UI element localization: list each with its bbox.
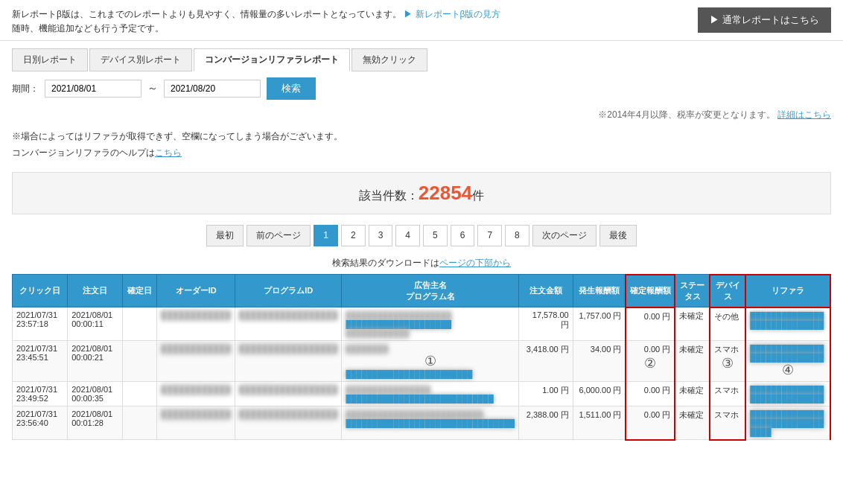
generated-cell: 1,757.00 円 (573, 307, 626, 341)
tab-conversion-referrer[interactable]: コンバージョンリファラレポート (194, 48, 350, 71)
device-cell: スマホ ③ (710, 341, 745, 382)
top-notice: 新レポートβ版は、これまでのレポートよりも見やすく、情報量の多いレポートとなって… (12, 7, 501, 36)
count-label-after: 件 (472, 189, 484, 202)
th-order-date: 注文日 (68, 275, 123, 307)
tax-notice: ※2014年4月以降、税率が変更となります。 詳細はこちら (0, 106, 843, 124)
download-section: 検索結果のダウンロードはページの下部から (0, 257, 843, 274)
th-confirm-date: 確定日 (123, 275, 157, 307)
circle-4-icon: ④ (750, 362, 826, 378)
confirmed-cell: 0.00 円 (626, 307, 675, 341)
download-text: 検索結果のダウンロードは (332, 258, 439, 268)
tax-notice-link[interactable]: 詳細はこちら (777, 109, 831, 120)
page-2-button[interactable]: 2 (341, 225, 366, 246)
th-referrer: リファラ (745, 275, 830, 307)
date-from-input[interactable] (45, 80, 141, 98)
device-cell: その他 (710, 307, 745, 341)
notice-line1: ※場合によってはリファラが取得できず、空欄になってしまう場合がございます。 (12, 129, 831, 145)
tab-invalid-click[interactable]: 無効クリック (351, 48, 427, 71)
notice-box: ※場合によってはリファラが取得できず、空欄になってしまう場合がございます。 コン… (0, 124, 843, 171)
generated-cell: 1,511.00 円 (573, 406, 626, 440)
page-8-button[interactable]: 8 (505, 225, 529, 246)
help-link[interactable]: こちら (155, 147, 182, 158)
search-button[interactable]: 検索 (267, 77, 316, 100)
count-label-before: 該当件数： (359, 189, 419, 202)
data-table: クリック日 注文日 確定日 オーダーID プログラムID 広告主名プログラム名 … (12, 274, 831, 441)
page-7-button[interactable]: 7 (477, 225, 502, 246)
notice-text1: 新レポートβ版は、これまでのレポートよりも見やすく、情報量の多いレポートとなって… (12, 9, 401, 19)
ad-name-cell: ████████████████████ ███████████████████… (342, 307, 519, 341)
page-1-button[interactable]: 1 (314, 225, 338, 246)
click-date-cell: 2021/07/31 23:45:51 (13, 341, 68, 382)
new-report-link[interactable]: 新レポートβ版の見方 (404, 9, 500, 19)
status-cell: 未確定 (675, 406, 710, 440)
confirm-date-cell (123, 307, 157, 341)
confirm-date-cell (123, 382, 157, 406)
th-order-id: オーダーID (157, 275, 235, 307)
order-amount-cell: 17,578.00 円 (519, 307, 573, 341)
next-page-button[interactable]: 次のページ (532, 225, 597, 246)
ad-name-cell: ██████████████████████████ █████████████… (342, 406, 519, 440)
program-id-cell: █████████████████ (235, 382, 342, 406)
th-click-date: クリック日 (13, 275, 68, 307)
table-row: 2021/07/31 23:56:40 2021/08/01 00:01:28 … (13, 406, 831, 440)
th-order-amount: 注文金額 (519, 275, 573, 307)
table-row: 2021/07/31 23:57:18 2021/08/01 00:00:11 … (13, 307, 831, 341)
prev-page-button[interactable]: 前のページ (246, 225, 311, 246)
normal-report-button[interactable]: 通常レポートはこちら (698, 7, 831, 33)
ad-name-cell: ████████████████ ███████████████████████… (342, 382, 519, 406)
table-row: 2021/07/31 23:45:51 2021/08/01 00:00:21 … (13, 341, 831, 382)
page-5-button[interactable]: 5 (423, 225, 448, 246)
th-ad-name: 広告主名プログラム名 (342, 275, 519, 307)
click-date-cell: 2021/07/31 23:49:52 (13, 382, 68, 406)
confirmed-cell: 0.00 円 (626, 382, 675, 406)
filter-row: 期間： ～ 検索 (0, 71, 843, 106)
program-id-cell: █████████████████ (235, 341, 342, 382)
order-date-cell: 2021/08/01 00:00:11 (68, 307, 123, 341)
confirm-date-cell (123, 341, 157, 382)
referrer-cell: ████████████████████████████ ④ (745, 341, 830, 382)
order-amount-cell: 2,388.00 円 (519, 406, 573, 440)
program-id-cell: █████████████████ (235, 406, 342, 440)
circle-2-icon: ② (630, 355, 670, 371)
tab-device[interactable]: デバイス別レポート (89, 48, 192, 71)
generated-cell: 34.00 円 (573, 341, 626, 382)
notice-text2: 随時、機能追加なども行う予定です。 (12, 22, 501, 36)
th-device: デバイス (710, 275, 745, 307)
page-3-button[interactable]: 3 (369, 225, 393, 246)
order-date-cell: 2021/08/01 00:01:28 (68, 406, 123, 440)
referrer-cell: ████████████████████████████ (745, 307, 830, 341)
referrer-cell: ████████████████████████████ (745, 382, 830, 406)
order-date-cell: 2021/08/01 00:00:35 (68, 382, 123, 406)
status-cell: 未確定 (675, 307, 710, 341)
program-id-cell: █████████████████ (235, 307, 342, 341)
count-number: 22854 (419, 182, 472, 204)
status-cell: 未確定 (675, 341, 710, 382)
table-row: 2021/07/31 23:49:52 2021/08/01 00:00:35 … (13, 382, 831, 406)
device-cell: スマホ (710, 406, 745, 440)
last-page-button[interactable]: 最後 (599, 225, 637, 246)
data-table-wrap: クリック日 注文日 確定日 オーダーID プログラムID 広告主名プログラム名 … (12, 274, 831, 441)
generated-cell: 6,000.00 円 (573, 382, 626, 406)
click-date-cell: 2021/07/31 23:56:40 (13, 406, 68, 440)
date-to-input[interactable] (164, 80, 261, 98)
pagination: 最初 前のページ 1 2 3 4 5 6 7 8 次のページ 最後 (0, 214, 843, 257)
tab-bar: 日別レポート デバイス別レポート コンバージョンリファラレポート 無効クリック (0, 41, 843, 71)
confirmed-cell: 0.00 円 (626, 406, 675, 440)
notice-line2: コンバージョンリファラのヘルプはこちら (12, 145, 831, 162)
confirmed-cell: 0.00 円 ② (626, 341, 675, 382)
table-header-row: クリック日 注文日 確定日 オーダーID プログラムID 広告主名プログラム名 … (13, 275, 831, 307)
first-page-button[interactable]: 最初 (206, 225, 244, 246)
page-4-button[interactable]: 4 (395, 225, 420, 246)
tab-daily[interactable]: 日別レポート (12, 48, 88, 71)
top-bar: 新レポートβ版は、これまでのレポートよりも見やすく、情報量の多いレポートとなって… (0, 0, 843, 41)
circle-3-icon: ③ (714, 355, 741, 371)
circle-1-icon: ① (346, 353, 515, 369)
period-label: 期間： (12, 83, 39, 95)
page-6-button[interactable]: 6 (451, 225, 475, 246)
order-id-cell: ████████████ (157, 406, 235, 440)
device-cell: スマホ (710, 382, 745, 406)
count-bar: 該当件数：22854件 (12, 172, 831, 214)
download-link[interactable]: ページの下部から (439, 258, 511, 268)
order-id-cell: ████████████ (157, 382, 235, 406)
th-program-id: プログラムID (235, 275, 342, 307)
